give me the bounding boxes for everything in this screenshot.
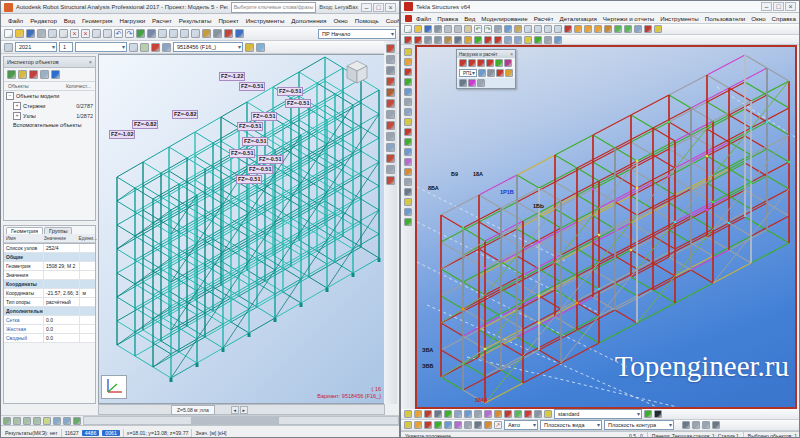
select-rebar-icon[interactable] (444, 410, 452, 418)
robot-menu-item[interactable]: Сообщество (383, 16, 400, 25)
maximize-icon[interactable]: □ (373, 3, 384, 12)
print-icon[interactable] (37, 29, 46, 38)
display-icon[interactable] (386, 44, 395, 53)
copy-icon[interactable] (454, 25, 462, 33)
snap-point-icon[interactable] (404, 118, 412, 126)
diagram-icon[interactable] (386, 165, 395, 174)
slab-icon[interactable] (434, 36, 442, 44)
tree-item[interactable]: −Объекты модели (4, 91, 95, 101)
construction-line-icon[interactable] (544, 36, 552, 44)
grid-icon[interactable] (235, 29, 244, 38)
select-view-icon[interactable] (404, 108, 412, 116)
view-tab[interactable]: Z=5.08 м ;пла (171, 405, 215, 415)
cut-icon[interactable]: × (70, 29, 79, 38)
view-3d-icon[interactable] (594, 25, 602, 33)
twin-profile-icon[interactable] (484, 36, 492, 44)
link-icon[interactable] (434, 25, 442, 33)
polybeam-icon[interactable] (514, 36, 522, 44)
property-row[interactable]: Значения (4, 271, 95, 280)
loads-icon[interactable] (386, 121, 395, 130)
dynamic-view-icon[interactable] (245, 43, 254, 52)
select-all-icon[interactable] (7, 70, 16, 79)
tekla-menu-item[interactable]: Пользователи (702, 14, 748, 23)
robot-viewport[interactable]: FZ=-1.22FZ=-0.51FZ=-0.51FZ=-0.51FZ=-0.51… (98, 54, 385, 404)
profiles-icon[interactable] (386, 99, 395, 108)
property-row[interactable]: Список узлов252/4 (4, 244, 95, 253)
view-plane-combo[interactable]: Плоскость вида▾ (540, 420, 602, 430)
cut-icon[interactable] (444, 25, 452, 33)
zoom-out-icon[interactable] (169, 29, 178, 38)
point-icon[interactable] (534, 36, 542, 44)
ortho-beam-icon[interactable] (504, 36, 512, 44)
delete-icon[interactable]: × (81, 29, 90, 38)
tab-next-icon[interactable]: ▸ (240, 406, 248, 414)
select-tasks-icon[interactable] (514, 410, 522, 418)
select-planes-icon[interactable] (484, 410, 492, 418)
table-icon[interactable] (136, 29, 145, 38)
undo-icon[interactable]: ↶ (114, 29, 123, 38)
view-3d-icon[interactable] (3, 417, 11, 425)
robot-menu-item[interactable]: Файл (5, 16, 26, 25)
zoom-window-icon[interactable] (180, 29, 189, 38)
settings-icon[interactable] (213, 29, 222, 38)
robot-menu-item[interactable]: Проект (215, 16, 241, 25)
load-dashed-icon[interactable] (459, 79, 467, 87)
tekla-menu-item[interactable]: Расчёт (531, 14, 557, 23)
phase-icon[interactable] (614, 25, 622, 33)
render-mode-icon[interactable] (43, 417, 51, 425)
robot-menu-item[interactable]: Вид (61, 16, 78, 25)
curved-beam-icon[interactable] (494, 36, 502, 44)
zoom-extents-icon[interactable] (191, 29, 200, 38)
node-select-icon[interactable] (4, 43, 13, 52)
select-assemblies-icon[interactable] (504, 410, 512, 418)
snap-ortho-icon[interactable] (484, 421, 492, 429)
rebar-icon[interactable] (474, 36, 482, 44)
display-attrs-icon[interactable] (140, 43, 149, 52)
view-yz-icon[interactable] (33, 417, 41, 425)
supports-icon[interactable] (386, 88, 395, 97)
pan-icon[interactable] (544, 25, 552, 33)
filter-icon[interactable] (18, 70, 27, 79)
section-icon[interactable] (386, 77, 395, 86)
palette-close-icon[interactable]: × (510, 52, 513, 57)
property-row[interactable]: Сетка0.0 (4, 316, 95, 325)
save-icon[interactable] (424, 25, 432, 33)
grid-snap-icon[interactable] (682, 421, 690, 429)
point-load-icon[interactable] (459, 59, 467, 67)
select-component-icon[interactable] (404, 58, 412, 66)
snap-reference-icon[interactable] (404, 421, 412, 429)
select-switch-icon[interactable] (404, 410, 412, 418)
view-basic-icon[interactable] (584, 25, 592, 33)
new-icon[interactable] (4, 29, 13, 38)
property-row[interactable]: Координаты-21.57; 2.66; 3.47м (4, 289, 95, 298)
robot-titlebar[interactable]: Autodesk Robot Structural Analysis Profe… (1, 1, 399, 14)
clear-filter-icon[interactable] (29, 70, 38, 79)
area-load-icon[interactable] (477, 59, 485, 67)
bar-display-icon[interactable] (63, 417, 71, 425)
weld-icon[interactable] (464, 36, 472, 44)
measure-icon[interactable] (404, 198, 412, 206)
select-cuts-icon[interactable] (534, 410, 542, 418)
select-assembly-icon[interactable] (404, 68, 412, 76)
snap-geometry-icon[interactable] (414, 421, 422, 429)
print-preview-icon[interactable] (48, 29, 57, 38)
tekla-menu-item[interactable]: Вид (461, 14, 478, 23)
analysis-model-icon[interactable] (487, 69, 495, 77)
snap-perpendicular-icon[interactable] (404, 168, 412, 176)
xsnap-icon[interactable] (692, 421, 700, 429)
open-icon[interactable] (414, 25, 422, 33)
tree-expander-icon[interactable]: + (13, 102, 21, 110)
ysnap-icon[interactable] (702, 421, 710, 429)
print-icon[interactable] (494, 25, 502, 33)
info-icon[interactable] (51, 70, 60, 79)
cases-icon[interactable] (386, 132, 395, 141)
palette-case-combo[interactable]: РП1▾ (459, 69, 477, 77)
tree-expander-icon[interactable]: + (13, 112, 21, 120)
robot-node-combo[interactable]: 2021▾ (15, 42, 57, 52)
select-grid-icon[interactable] (404, 98, 412, 106)
load-table-icon[interactable] (151, 43, 160, 52)
snap-nearest-icon[interactable] (424, 421, 432, 429)
loads-palette[interactable]: Нагрузки и расчёт × РП1▾ (456, 49, 516, 89)
property-row[interactable]: Дополнительные характеристики (4, 307, 95, 316)
run-analysis-icon[interactable] (496, 69, 504, 77)
